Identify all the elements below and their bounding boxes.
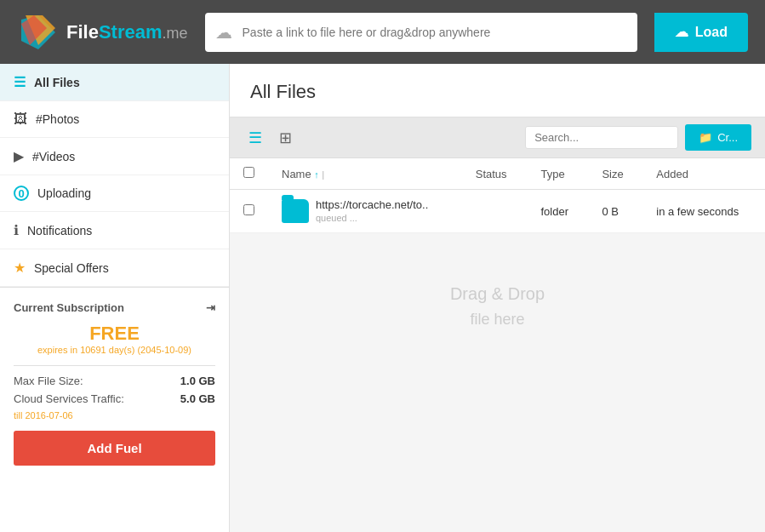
toolbar: ☰ ⊞ 📁 Cr... (230, 117, 765, 158)
subscription-details: Max File Size: 1.0 GB Cloud Services Tra… (14, 365, 215, 420)
load-button[interactable]: ☁ Load (654, 13, 748, 52)
drag-drop-line2: file here (247, 311, 748, 329)
sidebar-label-special-offers: Special Offers (34, 261, 109, 275)
sidebar-item-all-files[interactable]: ☰ All Files (0, 64, 229, 101)
all-files-icon: ☰ (14, 74, 26, 90)
table-body: https://torcache.net/to.. queued ... fol… (230, 190, 765, 233)
plan-expires: expires in 10691 day(s) (2045-10-09) (14, 345, 215, 355)
header: FileStream.me ☁ ☁ Load (0, 0, 765, 64)
sidebar-item-uploading[interactable]: 0 Uploading (0, 175, 229, 212)
files-table: Name ↑ | Status Type Size Added (230, 158, 765, 233)
sort-arrow: ↑ (314, 169, 319, 180)
photos-icon: 🖼 (14, 112, 27, 127)
notifications-icon: ℹ (14, 222, 19, 238)
select-all-checkbox[interactable] (243, 167, 254, 178)
special-offers-icon: ★ (14, 260, 26, 276)
create-icon: 📁 (699, 131, 712, 144)
sidebar-label-uploading: Uploading (37, 186, 91, 200)
file-name-area: https://torcache.net/to.. queued ... (282, 198, 448, 224)
plan-name: FREE (14, 323, 215, 345)
table-row: https://torcache.net/to.. queued ... fol… (230, 190, 765, 233)
upload-icon: ☁ (675, 24, 688, 40)
row-type-cell: folder (527, 190, 588, 233)
max-file-size-value: 1.0 GB (180, 375, 215, 387)
th-status: Status (462, 158, 528, 190)
max-file-size-label: Max File Size: (14, 375, 83, 387)
file-status-text: queued ... (316, 213, 357, 223)
sidebar-label-notifications: Notifications (27, 224, 92, 237)
list-view-icon: ☰ (248, 129, 262, 146)
videos-icon: ▶ (14, 148, 24, 164)
sidebar-item-photos[interactable]: 🖼 #Photos (0, 101, 229, 138)
th-checkbox (230, 158, 268, 190)
traffic-value: 5.0 GB (180, 392, 215, 405)
sidebar-label-videos: #Videos (32, 150, 75, 163)
logo-stream: Stream (99, 21, 163, 43)
content-area: All Files ☰ ⊞ 📁 Cr... (230, 64, 765, 532)
url-input[interactable] (243, 26, 637, 39)
drag-drop-area[interactable]: Drag & Drop file here (230, 233, 765, 380)
toolbar-right: 📁 Cr... (525, 124, 751, 151)
sidebar-item-special-offers[interactable]: ★ Special Offers (0, 249, 229, 287)
th-name[interactable]: Name ↑ | (268, 158, 462, 190)
sidebar-label-photos: #Photos (36, 112, 79, 126)
folder-icon (282, 199, 309, 223)
drag-drop-line1: Drag & Drop (247, 284, 748, 304)
th-added: Added (642, 158, 765, 190)
th-size: Size (588, 158, 642, 190)
sidebar-label-all-files: All Files (34, 76, 80, 89)
max-file-size-row: Max File Size: 1.0 GB (14, 375, 215, 387)
sort-icon: | (322, 170, 324, 180)
cloud-upload-icon: ☁ (205, 22, 243, 43)
traffic-row: Cloud Services Traffic: 5.0 GB (14, 392, 215, 405)
logo-me: .me (163, 25, 188, 42)
create-label: Cr... (717, 131, 738, 144)
logo-text: FileStream.me (66, 21, 188, 43)
file-name-link[interactable]: https://torcache.net/to.. (316, 198, 428, 211)
subscription-section: Current Subscription ⇥ FREE expires in 1… (0, 287, 229, 479)
row-checkbox-cell (230, 190, 268, 233)
logo-icon (17, 11, 60, 54)
search-input[interactable] (525, 126, 678, 149)
logout-icon[interactable]: ⇥ (206, 301, 215, 314)
logo-area: FileStream.me (17, 11, 188, 54)
page-title: All Files (250, 81, 745, 103)
row-status-cell (462, 190, 528, 233)
subscription-title: Current Subscription (14, 301, 124, 314)
th-type: Type (527, 158, 588, 190)
table-header: Name ↑ | Status Type Size Added (230, 158, 765, 190)
sidebar: ☰ All Files 🖼 #Photos ▶ #Videos 0 Upload… (0, 64, 230, 532)
url-input-area: ☁ (205, 13, 637, 52)
add-fuel-button[interactable]: Add Fuel (14, 431, 215, 466)
load-label: Load (695, 25, 728, 40)
main-layout: ☰ All Files 🖼 #Photos ▶ #Videos 0 Upload… (0, 64, 765, 532)
content-header: All Files (230, 64, 765, 117)
sidebar-item-videos[interactable]: ▶ #Videos (0, 138, 229, 175)
create-button[interactable]: 📁 Cr... (685, 124, 751, 151)
grid-view-button[interactable]: ⊞ (274, 127, 297, 149)
grid-view-icon: ⊞ (279, 129, 292, 146)
logo-file: File (66, 21, 99, 43)
sidebar-item-notifications[interactable]: ℹ Notifications (0, 212, 229, 249)
file-info: https://torcache.net/to.. queued ... (316, 198, 428, 224)
row-size-cell: 0 B (588, 190, 642, 233)
traffic-label: Cloud Services Traffic: (14, 392, 124, 405)
th-name-label: Name (282, 168, 311, 180)
traffic-note: till 2016-07-06 (14, 410, 215, 420)
list-view-button[interactable]: ☰ (243, 127, 267, 149)
toolbar-left: ☰ ⊞ (243, 127, 297, 149)
row-name-cell: https://torcache.net/to.. queued ... (268, 190, 462, 233)
row-checkbox[interactable] (243, 204, 254, 215)
subscription-header: Current Subscription ⇥ (14, 301, 215, 314)
uploading-icon: 0 (14, 186, 29, 201)
row-added-cell: in a few seconds (642, 190, 765, 233)
